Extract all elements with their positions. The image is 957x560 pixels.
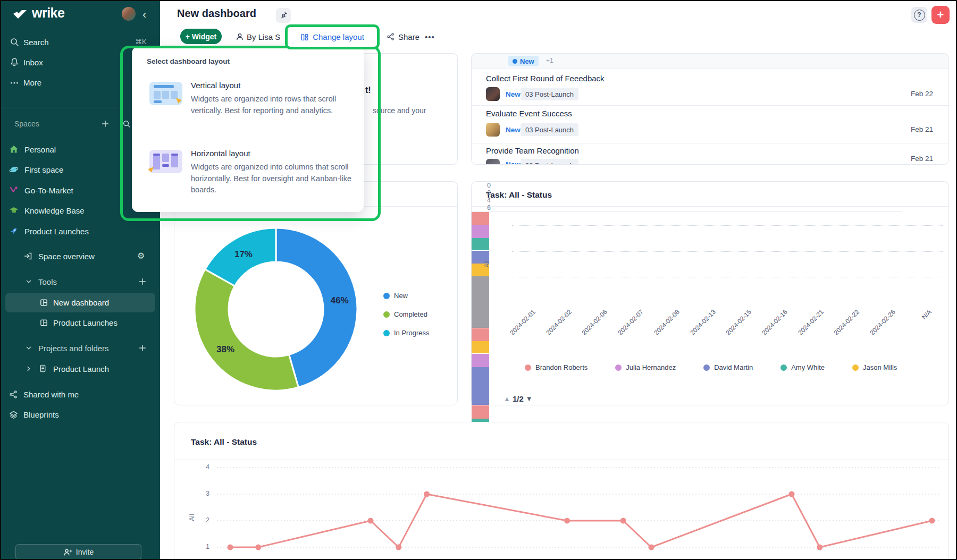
- task-list-partial-row: New +1: [472, 54, 948, 69]
- line-point-2024-02-22[interactable]: [817, 545, 822, 550]
- horizontal-layout-title: Horizontal layout: [191, 149, 250, 158]
- task-title[interactable]: Provide Team Recognition: [486, 146, 579, 155]
- task-folder-badge: 03 Post-Launch: [521, 88, 578, 100]
- rocket-icon: [9, 226, 19, 236]
- chevron-right-icon: [24, 364, 33, 373]
- cursor-icon: [176, 98, 182, 104]
- legend-item[interactable]: Brandon Roberts: [525, 363, 587, 371]
- legend-dot-icon: [383, 293, 390, 299]
- bell-icon: [10, 57, 19, 67]
- bar-segment-amy-white[interactable]: [472, 238, 489, 251]
- legend-label: Brandon Roberts: [535, 363, 587, 371]
- task-title[interactable]: Collect First Round of Feeedback: [486, 74, 605, 83]
- add-project-icon[interactable]: [138, 344, 147, 352]
- add-space-icon[interactable]: [101, 120, 110, 128]
- share-button[interactable]: Share: [398, 32, 419, 41]
- legend-dot-icon: [780, 364, 787, 371]
- donut-value-label: 46%: [331, 295, 349, 306]
- bar-segment-brandon-roberts[interactable]: [472, 405, 489, 418]
- bar-segment-other[interactable]: [472, 315, 489, 328]
- task-title[interactable]: Evaluate Event Success: [486, 109, 572, 118]
- wrike-logo-icon: [13, 9, 29, 21]
- bar-segment-other[interactable]: [472, 276, 489, 315]
- more-menu-button[interactable]: •••: [425, 32, 435, 41]
- horizontal-layout-description: Widgets are organized into columns that …: [191, 162, 353, 196]
- chevron-down-icon: [24, 344, 33, 352]
- shared-with-me-label: Shared with me: [23, 390, 79, 399]
- line-point-2024-02-15[interactable]: [620, 518, 626, 524]
- gridline: [512, 225, 943, 226]
- bar-segment-brandon-roberts[interactable]: [472, 328, 489, 341]
- bar-segment-julia-hernandez[interactable]: [472, 354, 489, 367]
- help-button[interactable]: ?: [911, 7, 927, 23]
- y-tick-label: 4: [472, 197, 491, 204]
- bar-segment-julia-hernandez[interactable]: [472, 225, 489, 237]
- line-point-2024-02-13[interactable]: [564, 518, 570, 524]
- legend-item[interactable]: Jason Mills: [852, 363, 897, 371]
- status-line-widget: Task: All - Status 1234 All: [174, 422, 949, 560]
- bar-segment-david-martin[interactable]: [472, 380, 489, 406]
- invite-button[interactable]: Invite: [15, 544, 141, 560]
- legend-item[interactable]: Amy White: [780, 363, 825, 371]
- change-layout-annotation-box: Change layout: [285, 24, 380, 49]
- house-icon: [9, 145, 19, 154]
- line-point-2024-02-07[interactable]: [396, 545, 401, 550]
- add-person-icon: [63, 548, 72, 557]
- pin-icon: [279, 11, 288, 20]
- collapse-sidebar-icon[interactable]: ‹: [142, 8, 146, 22]
- bar-segment-jason-mills[interactable]: [472, 341, 489, 354]
- legend-dot-icon: [383, 311, 390, 318]
- change-layout-button[interactable]: Change layout: [288, 27, 377, 47]
- donut-segment-completed[interactable]: [195, 269, 298, 391]
- user-avatar[interactable]: [122, 7, 136, 21]
- task-list-widget: New +1 Collect First Round of Feeedback …: [471, 53, 949, 165]
- search-icon: [10, 37, 19, 47]
- app-window: wrike ‹ Search ⌘K Inbox More: [0, 0, 957, 560]
- row-divider: [472, 105, 948, 106]
- status-chip-new[interactable]: New: [508, 56, 539, 66]
- legend-item[interactable]: New: [383, 292, 429, 300]
- line-point-2024-02-02[interactable]: [255, 545, 261, 550]
- horizontal-layout-thumbnail: [149, 150, 182, 173]
- legend-item[interactable]: Completed: [383, 310, 429, 318]
- task-folder-badge: 03 Post-Launch: [521, 159, 578, 165]
- layout-menu-title: Select dashboard layout: [147, 57, 230, 65]
- line-point-2024-02-06[interactable]: [368, 518, 374, 524]
- dashboard-author[interactable]: By Lisa S: [247, 32, 286, 41]
- planet-icon: [9, 165, 19, 174]
- bar-segment-brandon-roberts[interactable]: [472, 212, 489, 225]
- pin-button[interactable]: [276, 8, 291, 23]
- legend-dot-icon: [383, 330, 390, 336]
- graduation-cap-icon: [9, 206, 19, 215]
- share-icon: [387, 32, 395, 41]
- search-shortcut: ⌘K: [135, 38, 147, 46]
- legend-item[interactable]: In Progress: [383, 329, 429, 337]
- sidebar-item-search-label: Search: [23, 38, 49, 47]
- line-point-2024-02-26[interactable]: [929, 518, 935, 524]
- line-point-2024-02-21[interactable]: [789, 491, 795, 497]
- bar-segment-david-martin[interactable]: [472, 367, 489, 380]
- legend-item[interactable]: David Martin: [703, 363, 753, 371]
- sidebar-item-inbox-label: Inbox: [23, 58, 43, 67]
- donut-value-label: 38%: [216, 344, 234, 354]
- line-point-2024-02-08[interactable]: [424, 491, 430, 497]
- invite-label: Invite: [76, 548, 94, 556]
- line-point-2024-02-01[interactable]: [228, 545, 233, 550]
- y-tick-label: 2: [472, 189, 491, 197]
- y-tick-label: 0: [472, 182, 491, 189]
- legend-item[interactable]: Julia Hernandez: [615, 363, 676, 371]
- global-add-button[interactable]: +: [931, 6, 950, 24]
- assignee-avatar: [486, 123, 500, 137]
- add-tool-icon[interactable]: [138, 277, 147, 286]
- bar-chart-plot: 02462024-02-012024-02-022024-02-062024-0…: [472, 182, 948, 405]
- add-widget-button[interactable]: + Widget: [180, 29, 222, 44]
- chevron-down-icon: [24, 277, 33, 286]
- widget-body-fragment: source and your: [373, 106, 426, 115]
- line-point-2024-02-16[interactable]: [649, 545, 654, 550]
- gear-icon[interactable]: ⚙: [137, 251, 145, 261]
- task-due-date: Feb 22: [911, 90, 933, 98]
- page-down-icon[interactable]: ▼: [526, 395, 533, 403]
- status-chip-label: New: [520, 57, 534, 65]
- search-spaces-icon[interactable]: [122, 120, 131, 128]
- page-up-icon[interactable]: ▲: [503, 395, 510, 403]
